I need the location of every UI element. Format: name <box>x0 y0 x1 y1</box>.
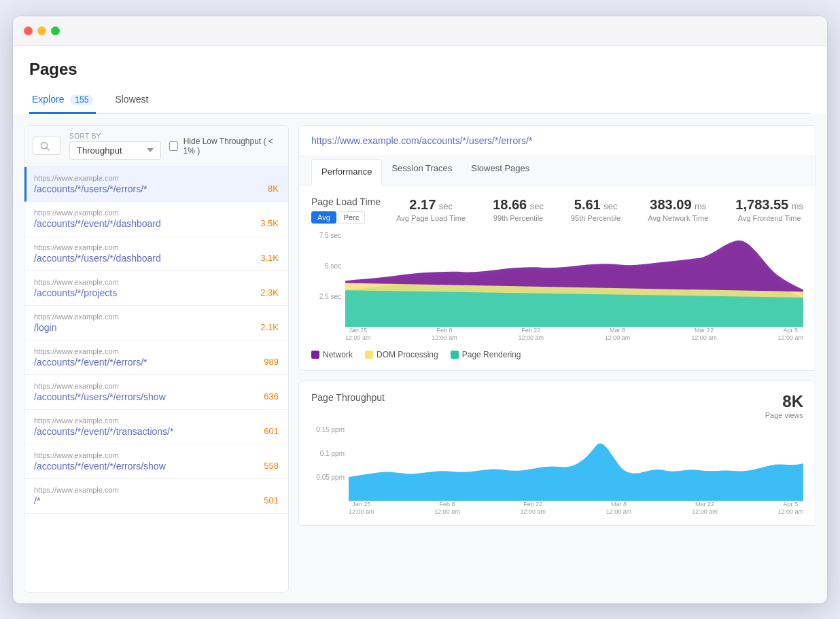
sort-label: SORT BY <box>69 132 161 140</box>
throughput-canvas <box>349 426 803 501</box>
perf-metrics: 2.17 sec Avg Page Load Time 18.66 sec <box>396 197 803 222</box>
list-item-count: 601 <box>264 426 279 436</box>
x-label: Feb 8 12:00 am <box>434 501 460 514</box>
tab-explore[interactable]: Explore 155 <box>29 88 96 114</box>
list-item-row: /accounts/*/event/*/transactions/* 601 <box>34 426 279 437</box>
list-item-path: /accounts/*/users/*/errors/show <box>34 391 166 402</box>
list-item-count: 2.1K <box>260 322 279 332</box>
x-label: Feb 22 12:00 am <box>519 327 544 340</box>
sort-section: SORT BY Throughput Page Load Time Error … <box>69 132 161 160</box>
metric-95th: 5.61 sec 95th Percentile <box>571 197 620 222</box>
left-panel: SORT BY Throughput Page Load Time Error … <box>24 125 289 593</box>
chart-x-labels: Jan 25 12:00 am Feb 8 12:00 am Feb 22 12… <box>345 327 803 340</box>
tab-slowest-pages[interactable]: Slowest Pages <box>461 156 539 185</box>
y-label: 7.5 sec <box>311 232 345 239</box>
list-item-row: /accounts/*/event/*/dashboard 3.5K <box>34 218 279 229</box>
minimize-button[interactable] <box>37 26 46 35</box>
pages-list: https://www.example.com /accounts/*/user… <box>24 167 288 514</box>
tab-session-traces[interactable]: Session Traces <box>382 156 461 185</box>
metric-avg-load: 2.17 sec Avg Page Load Time <box>396 197 466 222</box>
x-label: Mar 22 12:00 am <box>692 501 718 514</box>
list-item[interactable]: https://www.example.com /* 501 <box>24 479 288 514</box>
sort-select[interactable]: Throughput Page Load Time Error Rate <box>69 141 161 160</box>
legend-network: Network <box>311 350 353 359</box>
x-label: Jan 25 12:00 am <box>349 501 374 514</box>
throughput-y-labels: 0.15 ppm 0.1 ppm 0.05 ppm <box>311 426 349 501</box>
throughput-chart: 0.15 ppm 0.1 ppm 0.05 ppm Jan 25 12:0 <box>311 426 803 514</box>
metric-value: 383.09 ms <box>648 197 708 213</box>
list-item-row: /accounts/*/event/*/errors/* 989 <box>34 357 279 368</box>
chart-svg <box>345 232 803 327</box>
list-item[interactable]: https://www.example.com /accounts/*/even… <box>24 410 288 444</box>
list-item-domain: https://www.example.com <box>34 278 279 286</box>
right-panel: https://www.example.com/accounts/*/users… <box>298 125 816 593</box>
detail-tabs: Performance Session Traces Slowest Pages <box>299 156 816 185</box>
main-layout: SORT BY Throughput Page Load Time Error … <box>13 114 827 603</box>
x-label: Jan 25 12:00 am <box>345 327 371 340</box>
search-wrapper <box>33 137 61 155</box>
metric-value: 18.66 sec <box>493 197 544 213</box>
list-item-path: /accounts/*/users/*/errors/* <box>34 183 147 194</box>
list-item-count: 989 <box>264 357 279 367</box>
list-item-count: 2.3K <box>260 287 279 298</box>
toggle-perc-button[interactable]: Perc <box>338 211 366 224</box>
close-button[interactable] <box>24 26 33 35</box>
list-item[interactable]: https://www.example.com /accounts/*/even… <box>24 202 288 236</box>
tab-slowest[interactable]: Slowest <box>112 88 151 113</box>
page-load-time-label: Page Load Time Avg Perc <box>311 196 381 224</box>
list-item-row: /accounts/*/users/*/errors/* 8K <box>34 183 279 194</box>
maximize-button[interactable] <box>51 26 60 35</box>
throughput-header: Page Throughput 8K Page views <box>311 392 803 419</box>
list-item-row: /accounts/*/event/*/errors/show 558 <box>34 461 279 472</box>
list-item-count: 558 <box>264 461 279 471</box>
tab-performance[interactable]: Performance <box>311 159 382 185</box>
top-tabs: Explore 155 Slowest <box>29 88 811 114</box>
list-item-path: /accounts/*/event/*/errors/* <box>34 357 147 368</box>
legend-dom: DOM Processing <box>365 350 438 359</box>
metric-frontend: 1,783.55 ms Avg Frontend Time <box>735 197 803 222</box>
page-title: Pages <box>29 60 811 79</box>
list-item-path: /login <box>34 322 56 333</box>
throughput-sub: Page views <box>765 411 803 419</box>
legend-rendering-color <box>451 351 459 359</box>
list-item-path: /accounts/*/event/*/dashboard <box>34 218 161 229</box>
x-label: Apr 5 12:00 am <box>777 327 803 340</box>
list-item-domain: https://www.example.com <box>34 382 279 390</box>
list-item[interactable]: https://www.example.com /accounts/*/user… <box>24 236 288 271</box>
hide-low-checkbox[interactable] <box>169 141 178 151</box>
list-item-count: 3.1K <box>260 253 279 263</box>
chart-canvas <box>345 232 803 327</box>
list-item[interactable]: https://www.example.com /accounts/*/user… <box>24 375 288 410</box>
toggle-avg-button[interactable]: Avg <box>311 211 336 224</box>
list-item[interactable]: https://www.example.com /accounts/*/user… <box>24 167 288 202</box>
list-item-row: /accounts/*/projects 2.3K <box>34 287 279 298</box>
throughput-svg <box>349 426 803 501</box>
list-item-path: /accounts/*/event/*/transactions/* <box>34 426 173 437</box>
list-item-domain: https://www.example.com <box>34 347 279 355</box>
list-item[interactable]: https://www.example.com /accounts/*/proj… <box>24 271 288 306</box>
list-item-domain: https://www.example.com <box>34 313 279 321</box>
list-item-domain: https://www.example.com <box>34 486 279 494</box>
throughput-value-block: 8K Page views <box>765 392 803 419</box>
list-item[interactable]: https://www.example.com /login 2.1K <box>24 306 288 340</box>
x-label: Mar 8 12:00 am <box>606 501 632 514</box>
metric-network: 383.09 ms Avg Network Time <box>648 197 708 222</box>
throughput-card: Page Throughput 8K Page views 0.15 ppm 0… <box>298 381 816 526</box>
perf-header: Page Load Time Avg Perc 2.17 sec <box>311 196 803 224</box>
chart-y-labels: 7.5 sec 5 sec 2.5 sec <box>311 232 345 327</box>
perf-title: Page Load Time <box>311 196 381 207</box>
throughput-value: 8K <box>765 392 803 411</box>
list-item-row: /accounts/*/users/*/errors/show 636 <box>34 391 279 402</box>
list-item-row: /* 501 <box>34 495 279 506</box>
main-content: Pages Explore 155 Slowest <box>13 46 827 114</box>
titlebar <box>13 16 827 46</box>
metric-99th: 18.66 sec 99th Percentile <box>493 197 544 222</box>
list-item-path: /* <box>34 495 40 506</box>
chart-legend: Network DOM Processing Page Rendering <box>311 346 803 359</box>
x-label: Feb 22 12:00 am <box>521 501 546 514</box>
list-item-path: /accounts/*/event/*/errors/show <box>34 461 166 472</box>
throughput-x-labels: Jan 25 12:00 am Feb 8 12:00 am Feb 22 12… <box>349 501 803 514</box>
list-item-row: /accounts/*/users/*/dashboard 3.1K <box>34 253 279 264</box>
list-item[interactable]: https://www.example.com /accounts/*/even… <box>24 340 288 375</box>
list-item[interactable]: https://www.example.com /accounts/*/even… <box>24 444 288 479</box>
